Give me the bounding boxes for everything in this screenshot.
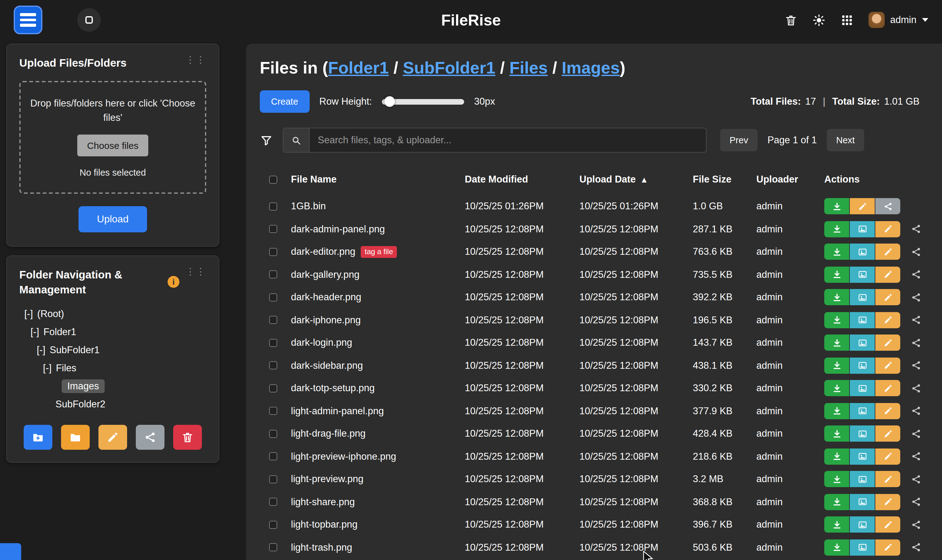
tree-expander-icon[interactable]: [-] xyxy=(43,363,52,374)
row-checkbox[interactable] xyxy=(269,430,277,438)
share-button[interactable] xyxy=(907,449,925,465)
header-trash-button[interactable] xyxy=(784,13,797,26)
share-button[interactable] xyxy=(907,494,925,510)
table-row[interactable]: light-admin-panel.png 10/25/25 12:08PM 1… xyxy=(260,400,928,422)
share-button[interactable] xyxy=(907,312,925,328)
preview-button[interactable] xyxy=(850,221,875,237)
preview-button[interactable] xyxy=(850,540,875,555)
edit-button[interactable] xyxy=(875,335,900,351)
column-header-file-size[interactable]: File Size xyxy=(693,174,731,185)
download-button[interactable] xyxy=(824,517,849,533)
share-button[interactable] xyxy=(907,380,925,397)
download-button[interactable] xyxy=(824,426,849,442)
download-button[interactable] xyxy=(824,312,849,328)
table-row[interactable]: 1GB.bin 10/25/25 01:26PM 10/25/25 01:26P… xyxy=(260,195,928,218)
breadcrumb-link-folder1[interactable]: Folder1 xyxy=(328,58,389,77)
rename-folder-button[interactable] xyxy=(99,425,127,450)
row-checkbox[interactable] xyxy=(269,293,277,302)
table-row[interactable]: dark-totp-setup.png 10/25/25 12:08PM 10/… xyxy=(260,377,928,400)
share-button[interactable] xyxy=(907,358,925,374)
preview-button[interactable] xyxy=(850,426,875,442)
edit-button[interactable] xyxy=(875,267,900,283)
file-tag-badge[interactable]: tag a file xyxy=(361,246,397,258)
tree-expander-icon[interactable]: [-] xyxy=(31,327,39,338)
tree-node-images[interactable]: Images xyxy=(19,377,206,395)
view-toggle-button[interactable] xyxy=(77,8,101,32)
download-button[interactable] xyxy=(824,267,849,283)
filter-button[interactable] xyxy=(260,134,273,147)
file-name[interactable]: dark-gallery.png xyxy=(291,269,360,280)
preview-button[interactable] xyxy=(850,267,875,283)
row-checkbox[interactable] xyxy=(269,543,277,552)
file-name[interactable]: dark-totp-setup.png xyxy=(291,383,375,394)
tree-expander-icon[interactable]: [-] xyxy=(37,345,46,356)
table-row[interactable]: dark-gallery.png 10/25/25 12:08PM 10/25/… xyxy=(260,263,928,286)
edit-button[interactable] xyxy=(875,380,900,397)
file-name[interactable]: light-preview-iphone.png xyxy=(291,451,396,462)
table-row[interactable]: dark-editor.png tag a file 10/25/25 12:0… xyxy=(260,240,928,263)
share-button[interactable] xyxy=(907,540,925,555)
upload-button[interactable]: Upload xyxy=(78,206,147,232)
dropzone[interactable]: Drop files/folders here or click 'Choose… xyxy=(19,81,206,194)
share-button[interactable] xyxy=(907,244,925,260)
file-name[interactable]: light-trash.png xyxy=(291,542,352,553)
download-button[interactable] xyxy=(824,403,849,419)
download-button[interactable] xyxy=(824,289,849,306)
row-checkbox[interactable] xyxy=(269,339,277,347)
file-name[interactable]: 1GB.bin xyxy=(291,201,326,212)
share-button[interactable] xyxy=(907,426,925,442)
tree-node-root[interactable]: [-](Root) xyxy=(19,305,206,323)
share-button[interactable] xyxy=(907,517,925,533)
edit-button[interactable] xyxy=(875,471,900,488)
file-name[interactable]: light-preview.png xyxy=(291,474,363,485)
edit-button[interactable] xyxy=(875,289,900,306)
app-logo[interactable] xyxy=(14,6,42,34)
edit-button[interactable] xyxy=(875,426,900,442)
preview-button[interactable] xyxy=(850,335,875,351)
row-checkbox[interactable] xyxy=(269,271,277,279)
row-checkbox[interactable] xyxy=(269,248,277,256)
preview-button[interactable] xyxy=(850,494,875,510)
edit-button[interactable] xyxy=(875,517,900,533)
edit-button[interactable] xyxy=(875,403,900,419)
select-all-checkbox[interactable] xyxy=(269,175,277,183)
info-icon[interactable]: i xyxy=(168,276,179,288)
slider-thumb[interactable] xyxy=(385,96,395,107)
preview-button[interactable] xyxy=(850,449,875,465)
table-row[interactable]: light-user-panel.png 10/25/25 12:08PM 10… xyxy=(260,559,928,560)
edit-button[interactable] xyxy=(875,244,900,260)
table-row[interactable]: light-trash.png 10/25/25 12:08PM 10/25/2… xyxy=(260,536,928,559)
row-checkbox[interactable] xyxy=(269,384,277,392)
table-row[interactable]: light-drag-file.png 10/25/25 12:08PM 10/… xyxy=(260,422,928,445)
tree-node-subfolder1[interactable]: [-]SubFolder1 xyxy=(19,342,206,359)
row-checkbox[interactable] xyxy=(269,452,277,461)
edit-button[interactable] xyxy=(875,312,900,328)
file-name[interactable]: dark-sidebar.png xyxy=(291,360,363,371)
sort-asc-icon[interactable]: ▲ xyxy=(640,175,648,184)
row-checkbox[interactable] xyxy=(269,225,277,233)
preview-button[interactable] xyxy=(850,358,875,374)
preview-button[interactable] xyxy=(850,517,875,533)
row-checkbox[interactable] xyxy=(269,498,277,506)
table-row[interactable]: light-topbar.png 10/25/25 12:08PM 10/25/… xyxy=(260,513,928,536)
row-checkbox[interactable] xyxy=(269,521,277,529)
tree-node-subfolder2[interactable]: SubFolder2 xyxy=(19,395,206,414)
share-button[interactable] xyxy=(875,198,900,215)
edit-button[interactable] xyxy=(875,358,900,374)
create-folder-button[interactable] xyxy=(24,425,52,450)
column-header-upload-date[interactable]: Upload Date xyxy=(579,174,636,185)
share-button[interactable] xyxy=(907,267,925,283)
apps-grid-button[interactable] xyxy=(840,13,854,26)
download-button[interactable] xyxy=(824,221,849,237)
file-name[interactable]: dark-admin-panel.png xyxy=(291,224,385,235)
row-checkbox[interactable] xyxy=(269,362,277,370)
share-button[interactable] xyxy=(907,289,925,306)
choose-files-button[interactable]: Choose files xyxy=(77,135,148,156)
theme-toggle-button[interactable] xyxy=(813,13,825,26)
file-name[interactable]: light-topbar.png xyxy=(291,519,358,531)
breadcrumb-link-subfolder1[interactable]: SubFolder1 xyxy=(403,58,495,77)
table-row[interactable]: dark-admin-panel.png 10/25/25 12:08PM 10… xyxy=(260,218,928,240)
download-button[interactable] xyxy=(824,244,849,260)
file-name[interactable]: dark-editor.png xyxy=(291,246,356,258)
table-row[interactable]: dark-header.png 10/25/25 12:08PM 10/25/2… xyxy=(260,286,928,309)
